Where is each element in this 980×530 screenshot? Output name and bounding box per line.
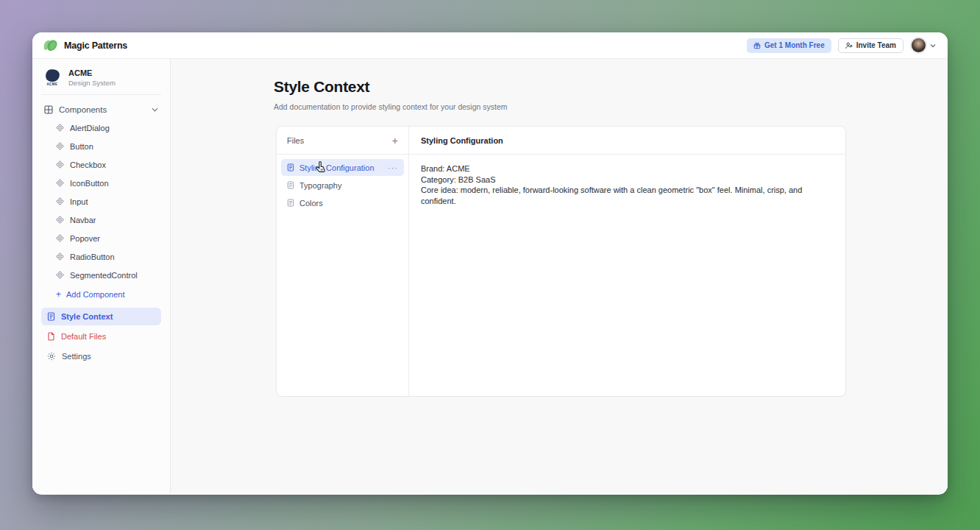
magic-patterns-logo-icon xyxy=(43,39,59,52)
style-context-label: Style Context xyxy=(61,312,113,321)
sidebar-item-checkbox[interactable]: Checkbox xyxy=(54,155,161,174)
sidebar-item-popover[interactable]: Popover xyxy=(54,229,161,247)
component-label: Navbar xyxy=(70,216,96,225)
get-month-free-label: Get 1 Month Free xyxy=(764,41,825,49)
component-label: Checkbox xyxy=(70,160,106,169)
invite-team-button[interactable]: Invite Team xyxy=(838,38,903,53)
sidebar-item-settings[interactable]: Settings xyxy=(41,347,161,365)
sidebar-divider xyxy=(41,94,161,95)
detail-body[interactable]: Brand: ACME Category: B2B SaaS Core idea… xyxy=(409,155,845,215)
workspace-name: ACME xyxy=(68,68,116,77)
brand-logo[interactable]: Magic Patterns xyxy=(43,39,127,52)
workspace-logo: ACME xyxy=(43,69,62,86)
add-component-button[interactable]: + Add Component xyxy=(54,284,161,305)
settings-label: Settings xyxy=(62,352,91,361)
sidebar-item-button[interactable]: Button xyxy=(54,137,161,155)
chevron-down-icon xyxy=(152,107,158,112)
sidebar-item-default-files[interactable]: Default Files xyxy=(41,328,161,345)
file-item-typography[interactable]: Typography xyxy=(281,177,404,194)
component-icon xyxy=(56,179,64,187)
component-label: RadioButton xyxy=(70,252,115,261)
user-plus-icon xyxy=(845,42,853,49)
add-file-button[interactable]: + xyxy=(392,135,398,146)
component-label: AlertDialog xyxy=(70,124,110,132)
sidebar-item-alertdialog[interactable]: AlertDialog xyxy=(54,119,161,137)
gift-icon xyxy=(753,42,761,49)
sidebar-item-segmentedcontrol[interactable]: SegmentedControl xyxy=(54,266,161,284)
file-item-styling-configuration[interactable]: Styling Configuration ··· xyxy=(281,159,404,176)
detail-line-category: Category: B2B SaaS xyxy=(421,174,834,186)
grid-icon xyxy=(44,105,53,114)
component-icon xyxy=(56,234,64,242)
document-icon xyxy=(287,181,294,189)
avatar xyxy=(910,37,927,54)
sidebar-item-navbar[interactable]: Navbar xyxy=(54,211,161,229)
component-label: IconButton xyxy=(70,179,109,188)
files-header-label: Files xyxy=(287,136,304,145)
component-icon xyxy=(56,271,64,279)
app-window: Magic Patterns Get 1 Month Free xyxy=(32,32,948,495)
sidebar-item-input[interactable]: Input xyxy=(54,192,161,211)
sidebar-item-iconbutton[interactable]: IconButton xyxy=(54,174,161,192)
topbar-actions: Get 1 Month Free Invite Team xyxy=(747,37,936,54)
plus-icon: + xyxy=(56,291,61,298)
page-subtitle: Add documentation to provide styling con… xyxy=(274,102,948,111)
sidebar-section-components[interactable]: Components xyxy=(41,101,161,119)
component-label: Button xyxy=(70,142,93,151)
acme-logo-mark xyxy=(44,68,60,82)
component-icon xyxy=(56,142,64,150)
component-label: SegmentedControl xyxy=(70,271,138,280)
file-icon xyxy=(47,332,55,341)
detail-line-core-idea: Core idea: modern, reliable, forward-loo… xyxy=(421,185,834,206)
document-icon xyxy=(287,163,294,172)
sidebar-item-radiobutton[interactable]: RadioButton xyxy=(54,247,161,266)
document-icon xyxy=(287,199,294,207)
chevron-down-icon xyxy=(930,43,936,48)
component-icon xyxy=(56,124,64,132)
detail-line-brand: Brand: ACME xyxy=(421,163,834,174)
style-context-panel: Files + xyxy=(276,126,846,397)
gear-icon xyxy=(47,352,56,361)
component-icon xyxy=(56,160,64,169)
file-menu-button[interactable]: ··· xyxy=(388,163,398,172)
files-column: Files + xyxy=(277,127,409,396)
component-label: Popover xyxy=(70,234,100,243)
main-content: Style Context Add documentation to provi… xyxy=(171,59,948,494)
components-list: AlertDialog Button Checkbox IconButton I… xyxy=(54,119,161,284)
file-name: Styling Configuration xyxy=(299,163,374,172)
user-menu[interactable] xyxy=(910,37,936,54)
file-item-colors[interactable]: Colors xyxy=(281,194,404,211)
workspace-switcher[interactable]: ACME ACME Design System xyxy=(41,66,161,93)
sidebar-item-style-context[interactable]: Style Context xyxy=(41,308,161,325)
acme-logo-text: ACME xyxy=(43,82,62,86)
detail-header: Styling Configuration xyxy=(409,127,845,155)
document-icon xyxy=(47,312,55,321)
file-name: Typography xyxy=(299,181,341,190)
component-label: Input xyxy=(70,197,88,206)
components-label: Components xyxy=(59,105,107,114)
brand-name: Magic Patterns xyxy=(64,40,127,51)
component-icon xyxy=(56,197,64,205)
component-icon xyxy=(56,216,64,224)
file-list: Styling Configuration ··· xyxy=(277,155,408,216)
workspace-subtitle: Design System xyxy=(68,79,116,87)
default-files-label: Default Files xyxy=(61,332,106,341)
topbar: Magic Patterns Get 1 Month Free xyxy=(32,32,948,59)
add-component-label: Add Component xyxy=(66,290,125,299)
detail-column: Styling Configuration Brand: ACME Catego… xyxy=(409,127,845,396)
sidebar: ACME ACME Design System Components xyxy=(32,59,171,494)
desktop-background: { "app": { "brand": "Magic Patterns" }, … xyxy=(0,0,980,530)
file-name: Colors xyxy=(299,199,323,208)
invite-team-label: Invite Team xyxy=(856,41,896,49)
page-title: Style Context xyxy=(274,78,948,96)
component-icon xyxy=(56,252,64,261)
get-month-free-button[interactable]: Get 1 Month Free xyxy=(747,38,831,53)
